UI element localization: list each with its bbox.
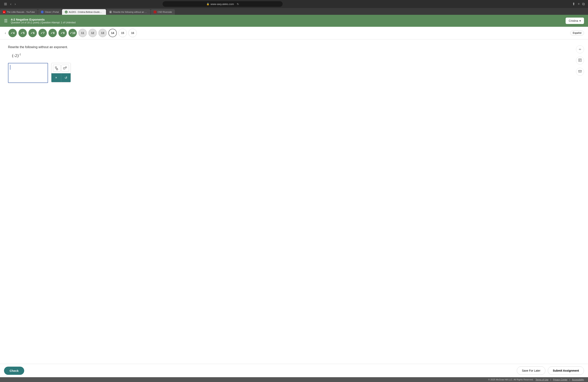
- submit-assignment-button[interactable]: Submit Assignment: [548, 366, 584, 375]
- question-bubble-11[interactable]: 11: [78, 29, 87, 37]
- question-bubble-12[interactable]: 12: [88, 29, 97, 37]
- separator-2: |: [569, 378, 570, 381]
- mail-icon: [578, 70, 582, 74]
- fraction-button[interactable]: [53, 65, 61, 72]
- tab-csd-label: CSD Riverside: [158, 11, 172, 13]
- infinity-icon: ∞: [579, 48, 581, 51]
- lesson-title: 4-2 Negative Exponents: [11, 18, 76, 21]
- bottom-bar: © 2025 McGraw Hill LLC. All Rights Reser…: [0, 377, 588, 382]
- question-bubble-4[interactable]: ✓4: [8, 29, 17, 37]
- svg-rect-3: [63, 68, 65, 69]
- text-cursor: [10, 65, 10, 70]
- check-button[interactable]: Check: [4, 367, 24, 375]
- tab-youtube-label: The Little Rascals - YouTube: [7, 11, 35, 13]
- hamburger-menu[interactable]: ☰: [4, 18, 8, 23]
- address-bar[interactable]: 🔒 www-awy.aleks.com ↻: [163, 1, 283, 7]
- tabs-icon[interactable]: ⧉: [582, 2, 585, 6]
- sidebar-toggle-button[interactable]: ⊞: [3, 1, 8, 7]
- question-bubble-13[interactable]: 13: [98, 29, 107, 37]
- rewrite-favicon: A: [109, 11, 112, 13]
- math-expression: (-2)-1: [12, 53, 580, 58]
- tab-rewrite-label: Rewrite the following without an exponen…: [113, 11, 147, 13]
- undo-button[interactable]: ↺: [61, 73, 71, 82]
- youtube-favicon: ▶: [3, 11, 6, 13]
- question-navigation: ‹ ✓4 ✓5 ✓6 ✓7 ✓8 ✓9 ✓10 11 12 13: [0, 27, 588, 39]
- question-bubble-10[interactable]: ✓10: [68, 29, 77, 37]
- question-progress: Question 14 of 16 (1 point) | Question A…: [11, 21, 76, 24]
- question-instruction: Rewrite the following without an exponen…: [8, 45, 580, 49]
- separator-1: |: [550, 378, 551, 381]
- aleks-favicon: A: [65, 11, 68, 13]
- question-bubble-16[interactable]: 16: [128, 29, 137, 37]
- question-bubble-15[interactable]: 15: [118, 29, 127, 37]
- checkmark-icon: ✓: [31, 31, 33, 35]
- app-header: ☰ 4-2 Negative Exponents Question 14 of …: [0, 15, 588, 27]
- header-title: 4-2 Negative Exponents Question 14 of 16…: [11, 18, 76, 24]
- answer-input-box[interactable]: [8, 63, 48, 83]
- checkmark-icon: ✓: [41, 31, 43, 35]
- dropdown-arrow-icon: ▾: [579, 19, 581, 22]
- svg-rect-2: [56, 69, 58, 70]
- question-bubble-14[interactable]: 14: [108, 29, 117, 37]
- expression-base: (-2): [12, 53, 19, 58]
- espanol-button[interactable]: Español: [570, 31, 584, 35]
- sidebar-icons: ∞: [576, 45, 584, 76]
- back-button[interactable]: ‹: [9, 1, 12, 7]
- csd-favicon: [154, 11, 156, 13]
- terms-of-use-link[interactable]: Terms of Use: [535, 378, 548, 381]
- user-name: Cristina: [569, 19, 578, 22]
- toolbar-bottom: × ↺: [51, 73, 71, 82]
- url-text: www-awy.aleks.com: [210, 3, 234, 6]
- notes-button[interactable]: [576, 57, 584, 65]
- privacy-center-link[interactable]: Privacy Center: [553, 378, 567, 381]
- tab-clever-label: Clever | Portal: [45, 11, 59, 13]
- tab-aleks[interactable]: A ALEKS - Cristina Beltran-Giudice - 4-2…: [62, 9, 106, 15]
- accessibility-link[interactable]: Accessibility: [572, 378, 584, 381]
- tab-aleks-label: ALEKS - Cristina Beltran-Giudice - 4-2 N…: [69, 11, 103, 13]
- tab-csd[interactable]: CSD Riverside: [151, 9, 175, 15]
- footer-right: Save For Later Submit Assignment: [517, 366, 584, 375]
- user-menu-button[interactable]: Cristina ▾: [566, 18, 584, 24]
- app-footer: Check Save For Later Submit Assignment: [0, 364, 588, 377]
- toolbar-top: [51, 63, 71, 73]
- checkmark-icon: ✓: [70, 31, 72, 35]
- question-bubble-5[interactable]: ✓5: [18, 29, 27, 37]
- question-bubble-7[interactable]: ✓7: [38, 29, 47, 37]
- app: ☰ 4-2 Negative Exponents Question 14 of …: [0, 15, 588, 382]
- question-bubble-6[interactable]: ✓6: [28, 29, 37, 37]
- prev-question-button[interactable]: ‹: [4, 30, 7, 36]
- tab-rewrite[interactable]: A Rewrite the following without an expon…: [106, 9, 150, 15]
- lock-icon: 🔒: [206, 3, 210, 5]
- share-icon[interactable]: ⬆: [572, 2, 575, 6]
- browser-chrome: ⊞ ‹ › 🔒 www-awy.aleks.com ↻ ⬆ + ⧉: [0, 0, 588, 8]
- mail-button[interactable]: [576, 68, 584, 76]
- browser-actions: ⬆ + ⧉: [572, 2, 585, 6]
- svg-rect-0: [55, 67, 57, 68]
- superscript-button[interactable]: [62, 65, 69, 72]
- reload-icon[interactable]: ↻: [237, 3, 239, 6]
- question-bubble-9[interactable]: ✓9: [58, 29, 67, 37]
- copyright-text: © 2025 McGraw Hill LLC. All Rights Reser…: [488, 378, 533, 381]
- tab-clever[interactable]: Clever | Portal: [38, 9, 62, 15]
- infinity-tool-button[interactable]: ∞: [576, 45, 584, 53]
- header-right: Cristina ▾: [566, 18, 584, 24]
- checkmark-icon: ✓: [61, 31, 63, 35]
- forward-button[interactable]: ›: [14, 1, 17, 7]
- answer-section: × ↺: [8, 63, 580, 83]
- math-toolbar: × ↺: [51, 63, 71, 82]
- save-for-later-button[interactable]: Save For Later: [517, 366, 546, 375]
- clear-button[interactable]: ×: [51, 73, 61, 82]
- clever-favicon: [41, 11, 43, 13]
- new-tab-icon[interactable]: +: [578, 2, 580, 6]
- checkmark-icon: ✓: [21, 31, 23, 35]
- notes-icon: [578, 58, 582, 63]
- superscript-icon: [63, 66, 67, 70]
- question-bubble-8[interactable]: ✓8: [48, 29, 57, 37]
- svg-rect-4: [65, 67, 67, 68]
- header-left: ☰ 4-2 Negative Exponents Question 14 of …: [4, 18, 76, 24]
- tab-youtube[interactable]: ▶ The Little Rascals - YouTube: [0, 9, 38, 15]
- checkmark-icon: ✓: [11, 31, 13, 35]
- main-content: Rewrite the following without an exponen…: [0, 39, 588, 364]
- checkmark-icon: ✓: [51, 31, 53, 35]
- fraction-icon: [55, 66, 59, 70]
